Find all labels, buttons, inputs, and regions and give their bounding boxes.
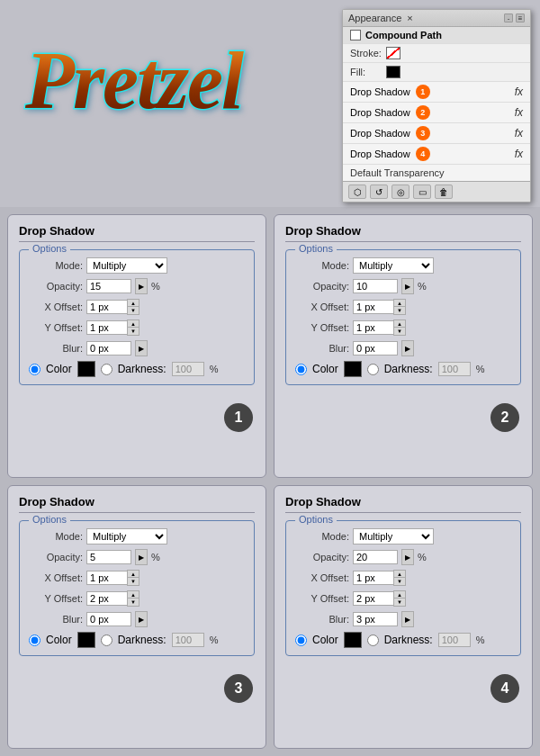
panel-2-yoffset-input[interactable] [353,320,393,335]
panel-3-blur-wrap: ▶ [86,611,148,627]
panel-3-xoffset-down[interactable]: ▼ [128,578,139,585]
fill-swatch[interactable] [386,66,400,78]
ds-badge-3: 3 [416,126,430,140]
panel-2-yoffset-label: Y Offset: [295,322,349,333]
stroke-swatch[interactable] [386,47,400,59]
panel-4-color-swatch[interactable] [344,632,362,648]
panel-2-opacity-input[interactable] [353,279,398,293]
panel-4-blur-arrow[interactable]: ▶ [401,611,414,627]
panel-3-badge: 3 [224,674,253,703]
panel-1-xoffset-down[interactable]: ▼ [128,307,139,314]
panel-1-xoffset-label: X Offset: [29,302,83,312]
stroke-row: Stroke: [343,44,530,63]
panel-4-opacity-arrow[interactable]: ▶ [401,549,414,565]
panel-4-opacity-label: Opacity: [295,552,349,562]
appearance-title: Appearance [348,13,401,23]
panel-3-yoffset-down[interactable]: ▼ [128,598,139,606]
panel-4-options-legend: Options [295,514,337,525]
ds-label-4: Drop Shadow [350,148,410,159]
panel-2-xoffset-input[interactable] [353,300,393,314]
panel-1-opacity-label: Opacity: [29,281,83,292]
panel-1-color-label: Color [46,363,72,375]
toolbar-btn-1[interactable]: ⬡ [348,184,366,199]
panel-4-yoffset-label: Y Offset: [295,593,349,604]
ds-fx-3[interactable]: fx [515,127,523,140]
ds-fx-1[interactable]: fx [515,86,523,98]
panel-3-xoffset-stepper: ▲ ▼ [86,570,140,586]
panel-3-color-swatch[interactable] [77,632,95,648]
panel-1-opacity-input[interactable] [86,279,131,293]
panel-4-yoffset-down[interactable]: ▼ [394,598,405,606]
panel-3-yoffset-input[interactable] [86,591,127,606]
toolbar-btn-2[interactable]: ↺ [370,184,388,199]
toolbar-btn-3[interactable]: ◎ [392,184,410,199]
panel-1-blur-input[interactable] [86,341,131,356]
panel-4-color-label: Color [312,634,338,646]
panel-1-yoffset-input[interactable] [86,320,127,335]
panel-1-xoffset-input[interactable] [86,300,127,314]
panel-2-yoffset-up[interactable]: ▲ [394,320,405,328]
panel-3-options-legend: Options [29,514,70,525]
panel-1-darkness-radio[interactable] [101,364,112,375]
panel-4-xoffset-down[interactable]: ▼ [394,578,405,585]
panel-1-color-row: Color Darkness: % [29,361,245,377]
minimize-btn[interactable]: - [504,14,513,22]
panel-2-blur-arrow[interactable]: ▶ [401,340,414,356]
stroke-label: Stroke: [350,48,386,58]
panel-4-blur-input[interactable] [353,612,398,626]
panel-1-blur-wrap: ▶ [86,340,148,356]
panel-4-opacity-input[interactable] [353,550,398,564]
panel-3-opacity-arrow[interactable]: ▶ [135,549,148,565]
panel-2-color-radio[interactable] [295,364,307,375]
menu-btn[interactable]: ≡ [516,14,525,22]
panel-2-color-swatch[interactable] [344,361,362,377]
panel-3-xoffset-input[interactable] [86,571,127,585]
panel-2-yoffset-down[interactable]: ▼ [394,328,405,335]
panel-4-xoffset-label: X Offset: [295,572,349,583]
ds-fx-4[interactable]: fx [515,148,523,160]
compound-path-label: Compound Path [365,30,442,40]
panel-3-darkness-radio[interactable] [101,634,112,646]
panel-3-opacity-input[interactable] [86,550,131,564]
panel-3-xoffset-up[interactable]: ▲ [128,571,139,578]
panel-4-xoffset-input[interactable] [353,571,393,585]
panel-2-xoffset-up[interactable]: ▲ [394,300,405,307]
panel-4-yoffset-up[interactable]: ▲ [394,591,405,598]
ds-badge-1: 1 [416,85,430,99]
panel-4-darkness-label: Darkness: [384,634,433,646]
panel-1-xoffset-up[interactable]: ▲ [128,300,139,307]
panel-4-darkness-radio[interactable] [367,634,379,646]
panel-1-blur-arrow[interactable]: ▶ [135,340,148,356]
toolbar-btn-4[interactable]: ▭ [413,184,431,199]
ds-fx-2[interactable]: fx [515,106,523,119]
panel-2-blur-input[interactable] [353,341,398,356]
panel-1-color-radio[interactable] [29,364,40,375]
panel-2-darkness-input [438,362,471,376]
panel-2-xoffset-down[interactable]: ▼ [394,307,405,314]
panel-4-mode-select[interactable]: Multiply [353,528,434,544]
panel-1-yoffset-up[interactable]: ▲ [128,320,139,328]
panel-3-blur-arrow[interactable]: ▶ [135,611,148,627]
panel-2-options: Options Mode: Multiply Opacity: ▶ % X Of… [285,249,521,385]
panel-3-opacity-row: Opacity: ▶ % [29,549,245,565]
panel-1-darkness-label: Darkness: [118,363,166,375]
appearance-close-icon[interactable]: × [407,13,412,23]
panel-1-color-swatch[interactable] [77,361,95,377]
panel-1-yoffset-down[interactable]: ▼ [128,328,139,335]
panel-3-mode-select[interactable]: Multiply [86,528,167,544]
panel-3-yoffset-up[interactable]: ▲ [128,591,139,598]
panel-3-mode-label: Mode: [29,531,83,542]
panel-4-yoffset-input[interactable] [353,591,393,606]
panel-3-blur-input[interactable] [86,612,131,626]
panel-2-yoffset-row: Y Offset: ▲ ▼ [295,320,511,336]
panel-4-xoffset-up[interactable]: ▲ [394,571,405,578]
toolbar-btn-5[interactable]: 🗑 [435,184,453,199]
panel-4-color-radio[interactable] [295,634,307,646]
panel-2-darkness-radio[interactable] [367,364,379,375]
panel-2-opacity-arrow[interactable]: ▶ [401,278,414,294]
panel-1-opacity-arrow[interactable]: ▶ [135,278,148,294]
panel-3-color-radio[interactable] [29,634,40,646]
panel-2-mode-select[interactable]: Multiply [353,257,434,274]
panel-1-mode-select[interactable]: Multiply [86,257,167,274]
panel-2-opacity-label: Opacity: [295,281,349,292]
